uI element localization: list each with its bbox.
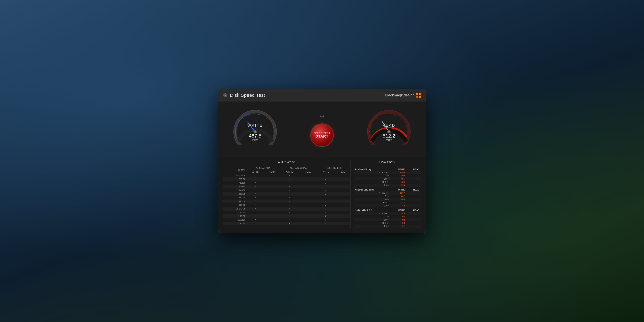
yuv-write-cell: ✓ bbox=[317, 174, 334, 178]
prores-read-cell bbox=[264, 211, 280, 214]
fast-res-cell: 2K DCI bbox=[360, 221, 390, 224]
format-cell: 720p50 bbox=[223, 178, 247, 181]
write-gauge-svg: WRITE 487.5 MB/s bbox=[232, 108, 278, 145]
prores-read-cell bbox=[264, 192, 280, 196]
prores-read-cell bbox=[264, 181, 280, 185]
yuv-read-cell bbox=[334, 185, 350, 188]
close-button[interactable]: ✕ bbox=[223, 93, 227, 97]
fast-read-val bbox=[406, 174, 421, 177]
compat-table-row: 2160p50 ✓ ✓ ✗ bbox=[223, 218, 350, 222]
prores-read-cell bbox=[264, 196, 280, 200]
yuv-read-cell bbox=[334, 203, 350, 207]
cdng-read-cell bbox=[299, 178, 317, 181]
compat-table-row: 2160p30 ✓ ✓ ✗ bbox=[223, 214, 350, 218]
yuv-read-cell bbox=[334, 222, 350, 226]
fast-read-col-head: READ bbox=[406, 166, 421, 171]
yuv-write-cell: ✓ bbox=[317, 178, 334, 181]
cdng-read-cell bbox=[299, 218, 317, 222]
fast-read-val bbox=[406, 171, 421, 174]
gear-icon[interactable]: ⚙ bbox=[319, 113, 325, 120]
cdng-write-header: WRITE bbox=[280, 170, 299, 174]
cdng-read-cell bbox=[299, 185, 317, 188]
fast-write-val: 205 bbox=[390, 198, 406, 201]
yuv-write-cell: ✓ bbox=[317, 207, 334, 211]
yuv-read-cell bbox=[334, 178, 350, 181]
fast-write-val: 1217 bbox=[390, 191, 406, 194]
prores-write-cell: ✓ bbox=[247, 207, 264, 211]
format-cell: NTSC/PAL bbox=[223, 174, 247, 178]
prores-read-cell bbox=[264, 207, 280, 211]
svg-line-32 bbox=[396, 114, 396, 116]
compat-table-row: 1080p25 ✓ ✓ ✓ bbox=[223, 192, 350, 196]
start-button[interactable]: SPEED TEST START bbox=[310, 124, 334, 147]
read-unit: MB/s bbox=[386, 138, 392, 142]
cdng-read-cell bbox=[299, 222, 317, 226]
cdng-header: Cinema DNG RAW bbox=[280, 166, 317, 170]
fast-read-val bbox=[406, 191, 421, 194]
prores-write-cell: ✓ bbox=[247, 200, 264, 203]
compat-table-row: NTSC/PAL ✓ ✓ ✓ bbox=[223, 174, 350, 178]
prores-write-cell: ✓ bbox=[247, 211, 264, 214]
will-it-work-title: Will It Work? bbox=[223, 160, 350, 164]
yuv-header: 10 Bit YUV 4:2:2 bbox=[317, 166, 350, 170]
compat-table-row: 2K DCI 25 ✓ ✓ ✓ bbox=[223, 207, 350, 211]
fast-res-cell: 2K DCI bbox=[360, 201, 390, 204]
fast-table-row: 720 990 bbox=[354, 174, 421, 177]
fast-table-row: 720 462 bbox=[354, 194, 421, 198]
cdng-read-cell bbox=[299, 211, 317, 214]
cdng-read-cell bbox=[299, 214, 317, 218]
format-cell: 2K DCI 25 bbox=[223, 207, 247, 211]
yuv-read-cell bbox=[334, 207, 350, 211]
prores-read-cell bbox=[264, 203, 280, 207]
brand-logo bbox=[416, 93, 421, 98]
fast-table-row: 2K DCI 464 bbox=[354, 180, 421, 184]
background: ✕ Disk Speed Test Blackmagicdesign bbox=[0, 0, 644, 322]
how-fast-title: How Fast? bbox=[354, 160, 421, 164]
write-label: WRITE bbox=[248, 123, 263, 128]
compat-table-row: 720p60 ✓ ✓ ✓ bbox=[223, 181, 350, 185]
yuv-write-cell: ✓ bbox=[317, 200, 334, 203]
format-cell: 1080i50 bbox=[223, 185, 247, 188]
svg-point-25 bbox=[388, 131, 390, 133]
compat-table-row: 1080i60 ✓ ✓ ✓ bbox=[223, 188, 350, 192]
start-label-top: SPEED TEST bbox=[314, 132, 330, 134]
fast-read-val bbox=[406, 218, 421, 221]
prores-write-cell: ✓ bbox=[247, 178, 264, 181]
cdng-read-cell bbox=[299, 174, 317, 178]
fast-read-val bbox=[406, 194, 421, 198]
brand-dot-1 bbox=[416, 93, 418, 95]
read-value: 512.2 bbox=[382, 133, 395, 138]
fast-write-val: 990 bbox=[390, 174, 406, 177]
read-label: READ bbox=[382, 123, 395, 128]
data-section: Will It Work? FORMAT ProRes 422 HQ Cinem… bbox=[218, 157, 426, 233]
prores-read-header: READ bbox=[264, 170, 280, 174]
cdng-write-cell: ✓ bbox=[280, 174, 299, 178]
fast-table-row: 1080 495 bbox=[354, 177, 421, 180]
yuv-read-cell bbox=[334, 174, 350, 178]
prores-read-cell bbox=[264, 185, 280, 188]
yuv-read-cell bbox=[334, 218, 350, 222]
write-unit: MB/s bbox=[252, 138, 258, 142]
brand-dot-3 bbox=[416, 96, 418, 98]
prores-read-cell bbox=[264, 222, 280, 226]
prores-header: ProRes 422 HQ bbox=[247, 166, 280, 170]
yuv-write-cell: ✓ bbox=[317, 181, 334, 185]
compat-table-row: 1080p30 ✓ ✓ ✓ bbox=[223, 196, 350, 200]
format-cell: 2160p30 bbox=[223, 214, 247, 218]
format-cell: 720p60 bbox=[223, 181, 247, 185]
read-gauge-svg: READ 512.2 MB/s bbox=[366, 108, 412, 145]
yuv-read-cell bbox=[334, 181, 350, 185]
format-header: FORMAT bbox=[223, 166, 247, 174]
fast-write-val: 60 bbox=[390, 221, 406, 224]
yuv-write-cell: ✓ bbox=[317, 196, 334, 200]
app-title: Disk Speed Test bbox=[230, 92, 265, 98]
format-cell: 2160p50 bbox=[223, 218, 247, 222]
cdng-read-cell bbox=[299, 188, 317, 192]
fast-read-val bbox=[406, 204, 421, 207]
format-cell: 2160p25 bbox=[223, 211, 247, 214]
yuv-write-cell: ✗ bbox=[317, 214, 334, 218]
fast-read-val bbox=[406, 212, 421, 215]
fast-read-col-head: READ bbox=[406, 187, 421, 191]
fast-section-name: ProRes 422 HQ bbox=[354, 166, 390, 171]
write-gauge: WRITE 487.5 MB/s bbox=[228, 108, 282, 152]
